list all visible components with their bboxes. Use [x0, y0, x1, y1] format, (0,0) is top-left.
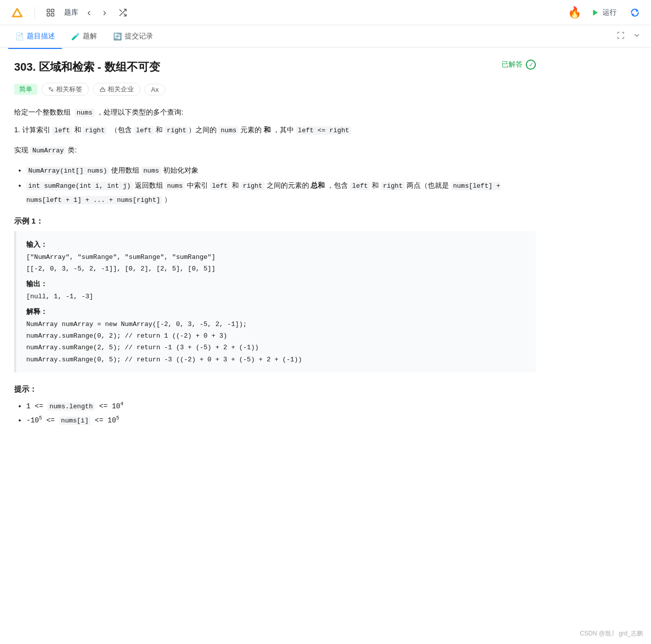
svg-rect-2 — [47, 13, 49, 16]
tab-solution-icon: 🧪 — [71, 32, 80, 40]
chevron-down-btn[interactable] — [631, 29, 643, 43]
example1-title: 示例 1： — [14, 217, 536, 226]
ax-btn[interactable]: Ax — [144, 84, 165, 95]
refresh-icon-btn[interactable] — [627, 6, 643, 20]
tab-solution-label: 题解 — [83, 32, 97, 41]
related-companies-btn[interactable]: 相关企业 — [93, 83, 140, 96]
solved-badge: 已解答 ✓ — [502, 60, 536, 70]
svg-point-6 — [52, 90, 53, 91]
example1-input-line1: ["NumArray", "sumRange", "sumRange", "su… — [26, 251, 526, 263]
example1-explain-label: 解释： — [26, 307, 47, 315]
logo[interactable] — [8, 4, 26, 22]
tab-description-label: 题目描述 — [27, 32, 55, 41]
svg-rect-1 — [52, 9, 54, 12]
tags-row: 简单 相关标签 相关企业 Ax — [14, 83, 536, 96]
example1-input-line2: [[-2, 0, 3, -5, 2, -1]], [0, 2], [2, 5],… — [26, 263, 526, 275]
example1-explain-line4: numArray.sumRange(0, 5); // return -3 ((… — [26, 354, 526, 365]
problem-bank-icon-btn[interactable] — [43, 6, 58, 19]
problem-title: 303. 区域和检索 - 数组不可变 — [14, 60, 160, 75]
description-intro: 给定一个整数数组 nums ，处理以下类型的多个查询: 1. 计算索引 left… — [14, 106, 536, 137]
svg-rect-3 — [52, 13, 54, 16]
bullet-item-1: NumArray(int[] nums) 使用数组 nums 初始化对象 — [26, 164, 536, 178]
main-content: 303. 区域和检索 - 数组不可变 已解答 ✓ 简单 相关标签 相关企业 Ax… — [0, 47, 550, 448]
implement-label: 实现 NumArray 类: — [14, 144, 536, 156]
tab-solution[interactable]: 🧪 题解 — [64, 29, 104, 44]
next-btn[interactable]: › — [100, 5, 110, 20]
related-tags-btn[interactable]: 相关标签 — [41, 83, 89, 96]
example1-output-label: 输出： — [26, 280, 47, 288]
problem-bank-label: 题库 — [64, 8, 78, 17]
svg-point-5 — [49, 87, 51, 89]
example1-output: [null, 1, -1, -3] — [26, 291, 526, 302]
run-btn[interactable]: 运行 — [587, 6, 621, 19]
svg-marker-4 — [593, 10, 597, 16]
example1-explain-line1: NumArray numArray = new NumArray([-2, 0,… — [26, 318, 526, 330]
nav-right: 🔥 运行 — [568, 6, 643, 20]
difficulty-tag: 简单 — [14, 84, 37, 95]
hint-item-1: 1 <= nums.length <= 104 — [26, 399, 536, 413]
bullet-item-2: int sumRange(int i, int j) 返回数组 nums 中索引… — [26, 179, 536, 206]
svg-rect-0 — [47, 9, 49, 12]
nav-divider-1 — [34, 7, 35, 19]
solved-label: 已解答 — [502, 60, 523, 69]
hint-title: 提示： — [14, 385, 536, 394]
fullscreen-btn[interactable] — [615, 29, 627, 43]
solved-check-icon: ✓ — [526, 60, 536, 70]
ax-label: Ax — [151, 86, 159, 93]
tab-description-icon: 📄 — [15, 32, 24, 40]
problem-title-text: 区域和检索 - 数组不可变 — [39, 61, 160, 73]
tabs-right — [615, 29, 643, 43]
hint-list: 1 <= nums.length <= 104 -105 <= nums[i] … — [14, 399, 536, 427]
fire-icon: 🔥 — [568, 6, 581, 19]
tab-submissions[interactable]: 🔄 提交记录 — [106, 29, 160, 44]
run-label: 运行 — [603, 8, 617, 17]
shuffle-btn[interactable] — [115, 6, 130, 19]
top-nav: 题库 ‹ › 🔥 运行 — [0, 0, 651, 25]
hint-item-2: -105 <= nums[i] <= 105 — [26, 413, 536, 427]
related-tags-label: 相关标签 — [56, 85, 82, 94]
problem-header: 303. 区域和检索 - 数组不可变 已解答 ✓ — [14, 60, 536, 75]
related-companies-label: 相关企业 — [108, 85, 134, 94]
prev-btn[interactable]: ‹ — [84, 5, 94, 20]
tab-submissions-icon: 🔄 — [113, 32, 122, 40]
tab-description[interactable]: 📄 题目描述 — [8, 29, 62, 44]
tabs-bar: 📄 题目描述 🧪 题解 🔄 提交记录 — [0, 25, 651, 47]
example1-explain-line2: numArray.sumRange(0, 2); // return 1 ((-… — [26, 330, 526, 342]
svg-rect-7 — [101, 89, 105, 92]
example1-explain-line3: numArray.sumRange(2, 5); // return -1 (3… — [26, 342, 526, 353]
tab-submissions-label: 提交记录 — [125, 32, 153, 41]
example1-box: 输入： ["NumArray", "sumRange", "sumRange",… — [14, 231, 536, 372]
problem-number: 303. — [14, 61, 36, 73]
bullet-list: NumArray(int[] nums) 使用数组 nums 初始化对象 int… — [14, 164, 536, 206]
example1-input-label: 输入： — [26, 240, 47, 248]
